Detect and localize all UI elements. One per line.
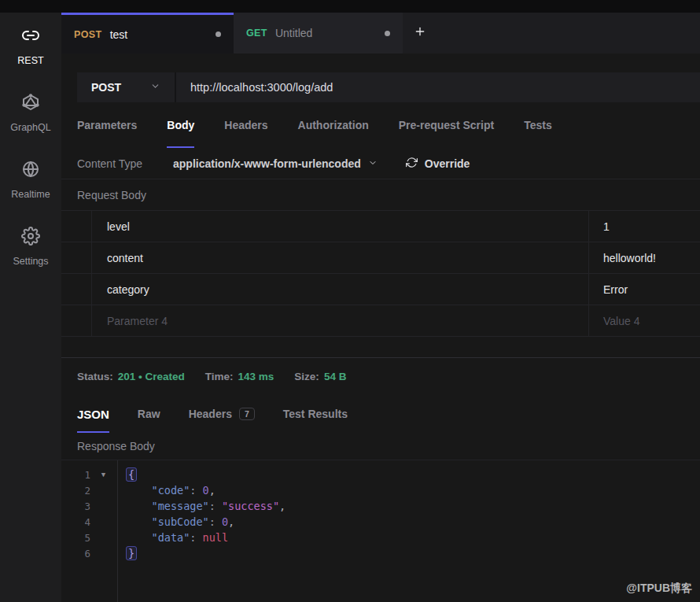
time-value: 143 ms: [238, 371, 274, 382]
link-icon: [21, 26, 40, 48]
watermark: @ITPUB博客: [626, 582, 692, 596]
size-value: 54 B: [324, 371, 347, 382]
param-value-input[interactable]: helloworld!: [588, 242, 700, 273]
tab-raw[interactable]: Raw: [138, 395, 160, 433]
tab-name: Untitled: [275, 27, 312, 39]
line-number: 1: [61, 469, 90, 481]
tab-pre-request-script[interactable]: Pre-request Script: [399, 102, 494, 148]
code-line: "code": 0,: [126, 482, 286, 498]
sidebar-item-label: Settings: [13, 256, 48, 267]
refresh-icon: [406, 157, 418, 171]
request-body-table: level 1 content helloworld! category Err…: [61, 211, 700, 358]
sidebar-item-label: REST: [17, 55, 43, 66]
table-row-placeholder: Parameter 4 Value 4: [61, 305, 700, 337]
override-button[interactable]: Override: [406, 157, 470, 171]
status-badge: Status: 201 • Created: [77, 371, 185, 382]
url-field-wrap: [176, 72, 700, 102]
tab-body[interactable]: Body: [167, 102, 194, 148]
tab-response-headers[interactable]: Headers 7: [189, 395, 255, 433]
table-tail-spacer: [61, 337, 700, 358]
main-panel: POST test GET Untitled POST: [61, 0, 700, 602]
content-type-row: Content Type application/x-www-form-urle…: [61, 148, 700, 179]
code-line: {: [126, 467, 286, 482]
graphql-icon: [21, 93, 40, 115]
time-label: Time:: [205, 371, 234, 382]
method-select[interactable]: POST: [77, 72, 176, 102]
fold-arrow-icon[interactable]: ▼: [90, 471, 116, 478]
table-row: category Error: [61, 274, 700, 305]
code-pane: { "code": 0, "message": "success", "subC…: [118, 460, 286, 602]
status-label: Status:: [77, 371, 113, 382]
tab-tests[interactable]: Tests: [524, 102, 552, 148]
plus-icon: [414, 25, 426, 41]
response-section-tabs: JSON Raw Headers 7 Test Results: [77, 395, 700, 433]
tab-headers[interactable]: Headers: [224, 102, 267, 148]
row-handle[interactable]: [61, 242, 92, 273]
param-value-input[interactable]: Error: [588, 274, 700, 305]
tab-json[interactable]: JSON: [77, 395, 109, 433]
request-body-label: Request Body: [61, 179, 700, 211]
table-row: content helloworld!: [61, 242, 700, 274]
param-key-input[interactable]: category: [92, 274, 588, 305]
request-tab-bar: POST test GET Untitled: [61, 13, 700, 54]
app-root: REST GraphQL Realtime Settings POST: [0, 0, 700, 602]
method-select-value: POST: [91, 81, 121, 94]
line-number: 6: [61, 548, 90, 560]
tab-method-badge: POST: [74, 29, 102, 40]
new-tab-button[interactable]: [403, 13, 437, 54]
window-top-strip: [0, 0, 700, 13]
response-status-bar: Status: 201 • Created Time: 143 ms Size:…: [61, 358, 700, 395]
tab-method-badge: GET: [246, 28, 267, 39]
size-label: Size:: [294, 371, 319, 382]
tab-label: Headers: [189, 408, 232, 420]
tab-parameters[interactable]: Parameters: [77, 102, 137, 148]
unsaved-dot-icon: [385, 31, 390, 36]
response-body-label: Response Body: [61, 433, 700, 460]
size-badge: Size: 54 B: [294, 371, 346, 382]
param-key-input[interactable]: content: [92, 242, 588, 273]
line-number-gutter: 1▼ 2 3 4 5 6: [61, 460, 118, 602]
headers-count-badge: 7: [239, 408, 255, 420]
request-url-bar: POST: [77, 72, 700, 102]
param-key-input[interactable]: Parameter 4: [92, 305, 588, 336]
tab-test-results[interactable]: Test Results: [283, 395, 348, 433]
table-row: level 1: [61, 211, 700, 242]
line-number: 2: [61, 485, 90, 497]
override-label: Override: [425, 157, 470, 170]
code-line: "subCode": 0,: [126, 514, 286, 530]
param-value-input[interactable]: Value 4: [588, 305, 700, 336]
content-type-label: Content Type: [77, 157, 173, 170]
sidebar-item-label: Realtime: [11, 189, 50, 200]
row-handle[interactable]: [61, 305, 92, 336]
url-input[interactable]: [190, 81, 686, 94]
content-type-value: application/x-www-form-urlencoded: [173, 157, 361, 170]
sidebar-item-label: GraphQL: [10, 122, 50, 133]
code-line: }: [126, 545, 286, 561]
request-tab-get-untitled[interactable]: GET Untitled: [234, 13, 403, 54]
sidebar-item-settings[interactable]: Settings: [0, 213, 61, 280]
line-number: 4: [61, 516, 90, 528]
param-value-input[interactable]: 1: [588, 211, 700, 242]
chevron-down-icon: [150, 80, 160, 94]
gear-icon: [21, 227, 40, 249]
chevron-down-icon: [368, 157, 378, 170]
tab-name: test: [110, 28, 128, 41]
request-tab-post-test[interactable]: POST test: [61, 13, 234, 54]
code-line: "message": "success",: [126, 498, 286, 514]
param-key-input[interactable]: level: [92, 211, 588, 242]
request-section-tabs: Parameters Body Headers Authorization Pr…: [77, 102, 700, 148]
sidebar: REST GraphQL Realtime Settings: [0, 0, 61, 602]
sidebar-item-graphql[interactable]: GraphQL: [0, 79, 61, 146]
line-number: 5: [61, 532, 90, 544]
tab-authorization[interactable]: Authorization: [298, 102, 369, 148]
content-type-select[interactable]: application/x-www-form-urlencoded: [173, 157, 378, 170]
row-handle[interactable]: [61, 274, 92, 305]
row-handle[interactable]: [61, 211, 92, 242]
line-number: 3: [61, 500, 90, 512]
response-body-viewer: 1▼ 2 3 4 5 6 { "code": 0, "message": "su…: [61, 460, 700, 602]
status-value: 201 • Created: [118, 371, 185, 382]
code-line: "data": null: [126, 530, 286, 545]
sidebar-item-rest[interactable]: REST: [0, 13, 61, 79]
sidebar-item-realtime[interactable]: Realtime: [0, 146, 61, 213]
globe-icon: [21, 160, 40, 182]
